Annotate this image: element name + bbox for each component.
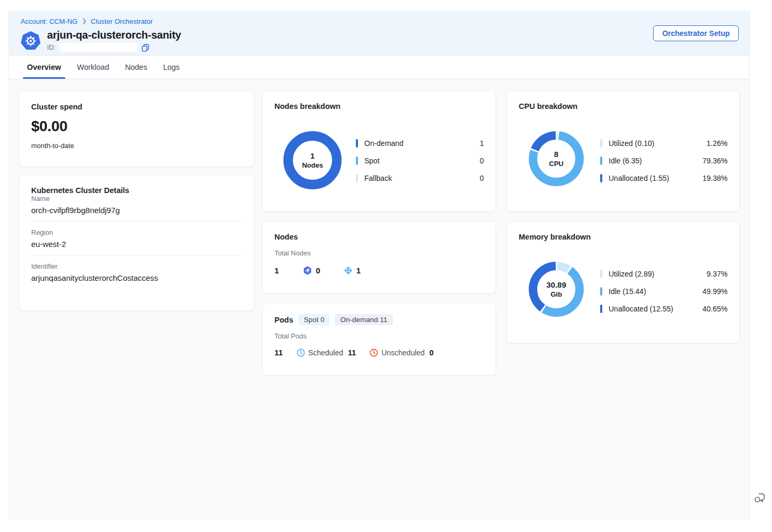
ondemand-nodes-count: 1 xyxy=(356,266,361,275)
cpu-breakdown-card: CPU breakdown 8 CPU Utilized (0.10) 1.26… xyxy=(507,91,740,212)
cpu-breakdown-donut: 8 CPU xyxy=(529,131,584,186)
main-panel: Account: CCM-NG ❯ Cluster Orchestrator xyxy=(8,11,750,519)
tab-bar: Overview Workload Nodes Logs xyxy=(9,55,749,79)
cluster-id-label: ID: xyxy=(47,44,56,51)
scheduled-count: 11 xyxy=(348,348,356,357)
legend-value: 49.99% xyxy=(703,287,728,296)
legend-label: Utilized (0.10) xyxy=(609,139,654,148)
total-pods-count: 11 xyxy=(274,348,283,357)
tab-logs[interactable]: Logs xyxy=(163,56,179,79)
legend-marker xyxy=(600,139,602,148)
cluster-details-title: Kubernetes Cluster Details xyxy=(31,186,242,195)
pods-card-title: Pods xyxy=(274,316,293,324)
tab-nodes[interactable]: Nodes xyxy=(125,56,147,79)
donut-center-label: Gib xyxy=(550,290,562,298)
chevron-right-icon: ❯ xyxy=(82,17,87,24)
cluster-spend-period: month-to-date xyxy=(31,142,242,150)
legend-row: Idle (6.35) 79.36% xyxy=(600,155,728,166)
cpu-breakdown-title: CPU breakdown xyxy=(519,102,728,111)
pods-card: Pods Spot 0 On-demand 11 Total Pods 11 S… xyxy=(262,303,496,375)
cluster-spend-card: Cluster spend $0.00 month-to-date xyxy=(19,91,254,167)
legend-row: Unallocated (12.55) 40.65% xyxy=(600,304,728,314)
legend-marker xyxy=(600,270,602,278)
unscheduled-count: 0 xyxy=(429,348,434,357)
legend-marker xyxy=(600,305,602,313)
legend-value: 19.38% xyxy=(703,174,728,182)
divider xyxy=(31,221,242,222)
legend-row: Utilized (0.10) 1.26% xyxy=(600,138,728,149)
memory-breakdown-title: Memory breakdown xyxy=(519,233,728,241)
legend-value: 40.65% xyxy=(703,305,728,313)
legend-marker xyxy=(356,139,358,148)
detail-region-value: eu-west-2 xyxy=(31,240,242,249)
legend-value: 1.26% xyxy=(706,139,728,148)
legend-value: 0 xyxy=(480,174,484,182)
total-nodes-label: Total Nodes xyxy=(274,249,484,257)
legend-marker xyxy=(356,157,358,165)
scheduled-label: Scheduled xyxy=(308,348,343,357)
nodes-breakdown-title: Nodes breakdown xyxy=(274,102,484,111)
nodes-breakdown-legend: On-demand 1 Spot 0 Fallback 0 xyxy=(356,138,484,184)
donut-center-value: 1 xyxy=(310,151,315,160)
donut-center-label: Nodes xyxy=(302,161,323,169)
legend-row: Utilized (2.89) 9.37% xyxy=(600,269,728,279)
overview-content: Cluster spend $0.00 month-to-date Kubern… xyxy=(9,79,749,375)
legend-label: Utilized (2.89) xyxy=(609,270,654,278)
total-nodes-count: 1 xyxy=(274,266,279,275)
legend-label: Spot xyxy=(364,157,380,165)
legend-label: Unallocated (1.55) xyxy=(609,174,669,182)
legend-marker xyxy=(600,174,602,182)
legend-row: Fallback 0 xyxy=(356,173,484,184)
legend-marker xyxy=(356,174,358,182)
legend-row: Idle (15.44) 49.99% xyxy=(600,286,728,297)
legend-value: 9.37% xyxy=(706,270,728,278)
scheduled-clock-icon xyxy=(297,348,305,357)
detail-identifier-value: arjunqasanityclusterorchCostaccess xyxy=(31,273,242,282)
cpu-breakdown-legend: Utilized (0.10) 1.26% Idle (6.35) 79.36%… xyxy=(600,138,728,184)
cluster-id-value xyxy=(59,43,137,52)
legend-row: Spot 0 xyxy=(356,155,484,166)
copy-icon[interactable] xyxy=(141,43,150,52)
breadcrumb-section-link[interactable]: Cluster Orchestrator xyxy=(91,17,153,25)
cluster-spend-amount: $0.00 xyxy=(31,118,242,135)
ondemand-node-icon xyxy=(344,266,353,275)
legend-label: Unallocated (12.55) xyxy=(609,305,673,313)
orchestrator-setup-button[interactable]: Orchestrator Setup xyxy=(653,25,739,41)
nodes-card-title: Nodes xyxy=(274,233,484,241)
page-header: Account: CCM-NG ❯ Cluster Orchestrator xyxy=(9,11,749,55)
legend-value: 79.36% xyxy=(703,157,728,165)
chat-help-icon[interactable] xyxy=(753,491,766,505)
memory-breakdown-donut: 30.89 Gib xyxy=(529,262,584,317)
nodes-breakdown-card: Nodes breakdown 1 Nodes On-demand 1 xyxy=(262,91,496,212)
spot-pods-badge: Spot 0 xyxy=(298,314,329,325)
divider xyxy=(31,255,242,255)
donut-center-value: 8 xyxy=(554,150,558,159)
breadcrumb-account-link[interactable]: Account: CCM-NG xyxy=(21,17,78,25)
legend-label: Idle (6.35) xyxy=(609,157,642,165)
legend-marker xyxy=(600,287,602,296)
breadcrumb: Account: CCM-NG ❯ Cluster Orchestrator xyxy=(21,17,739,25)
cluster-spend-title: Cluster spend xyxy=(31,103,242,111)
detail-identifier-label: Identifier xyxy=(31,262,242,270)
detail-name-label: Name xyxy=(31,195,242,203)
ondemand-pods-badge: On-demand 11 xyxy=(335,314,392,325)
kubernetes-icon xyxy=(21,31,41,51)
spot-node-icon xyxy=(303,266,312,275)
cluster-details-card: Kubernetes Cluster Details Name orch-cvi… xyxy=(19,175,254,311)
detail-name-value: orch-cvifpfl9rbg8neldj97g xyxy=(31,206,242,215)
legend-label: Idle (15.44) xyxy=(609,287,646,296)
legend-row: Unallocated (1.55) 19.38% xyxy=(600,173,728,184)
tab-workload[interactable]: Workload xyxy=(77,56,109,79)
unscheduled-label: Unscheduled xyxy=(381,348,425,357)
donut-center-label: CPU xyxy=(549,160,563,168)
legend-label: Fallback xyxy=(364,174,392,182)
tab-overview[interactable]: Overview xyxy=(27,56,61,79)
nodes-card: Nodes Total Nodes 1 0 xyxy=(262,221,496,293)
detail-region-label: Region xyxy=(31,228,242,236)
legend-row: On-demand 1 xyxy=(356,138,484,149)
donut-center-value: 30.89 xyxy=(546,280,566,289)
legend-marker xyxy=(600,157,602,165)
spot-nodes-count: 0 xyxy=(316,266,320,275)
page-title: arjun-qa-clusterorch-sanity xyxy=(47,29,181,41)
legend-value: 0 xyxy=(480,157,484,165)
